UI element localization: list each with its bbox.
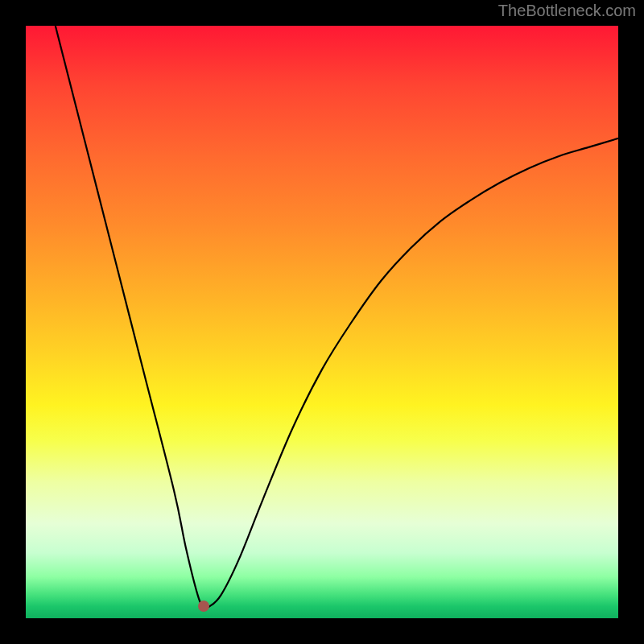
optimal-point-marker [198, 601, 209, 612]
watermark-text: TheBottleneck.com [498, 2, 636, 20]
bottleneck-curve [26, 26, 618, 618]
figure-canvas: TheBottleneck.com [0, 0, 644, 644]
plot-area [26, 26, 618, 618]
